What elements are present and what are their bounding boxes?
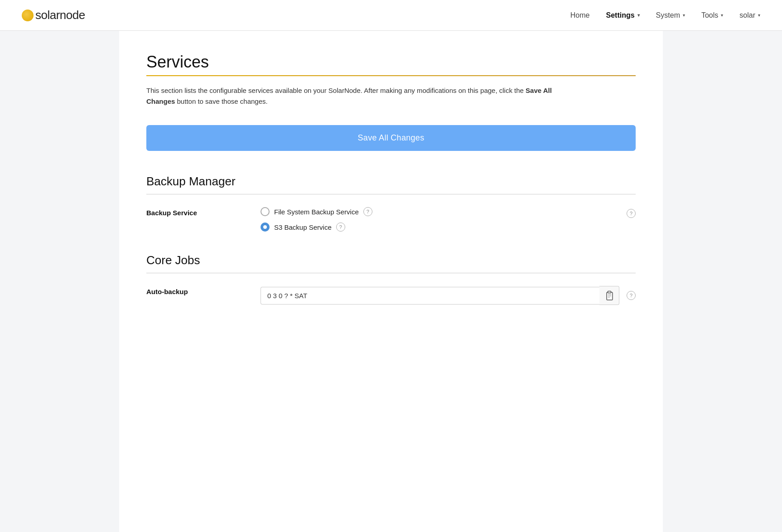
nav-item-settings[interactable]: Settings ▾ <box>606 11 639 19</box>
logo-text: solarnode <box>35 8 85 22</box>
backup-manager-section: Backup Manager Backup Service File Syste… <box>146 174 636 232</box>
radio-filesystem[interactable] <box>261 207 270 216</box>
radio-s3[interactable] <box>261 222 270 232</box>
backup-manager-divider <box>146 194 636 194</box>
navbar: solarnode Home Settings ▾ System ▾ Tools… <box>0 0 782 31</box>
core-jobs-title: Core Jobs <box>146 253 636 267</box>
nav-links: Home Settings ▾ System ▾ Tools ▾ solar ▾ <box>570 11 760 19</box>
backup-manager-title: Backup Manager <box>146 174 636 189</box>
title-underline <box>146 75 636 76</box>
tools-caret-icon: ▾ <box>721 13 723 18</box>
main-content: Services This section lists the configur… <box>119 31 663 532</box>
nav-link-solar[interactable]: solar ▾ <box>739 11 760 19</box>
nav-link-system[interactable]: System ▾ <box>656 11 685 19</box>
auto-backup-label: Auto-backup <box>146 286 246 295</box>
core-jobs-divider <box>146 273 636 273</box>
auto-backup-controls: ? <box>261 286 636 305</box>
page-description: This section lists the configurable serv… <box>146 85 554 107</box>
nav-item-tools[interactable]: Tools ▾ <box>701 11 723 19</box>
clipboard-button[interactable] <box>599 286 619 305</box>
auto-backup-input[interactable] <box>261 287 599 305</box>
backup-service-row: Backup Service File System Backup Servic… <box>146 207 636 232</box>
core-jobs-section: Core Jobs Auto-backup <box>146 253 636 305</box>
s3-backup-label: S3 Backup Service <box>274 223 332 231</box>
system-caret-icon: ▾ <box>683 13 685 18</box>
nav-link-settings[interactable]: Settings ▾ <box>606 11 639 19</box>
logo: solarnode <box>22 8 85 22</box>
backup-service-label: Backup Service <box>146 207 246 217</box>
filesystem-help-icon[interactable]: ? <box>363 207 372 216</box>
description-end: button to save those changes. <box>175 97 267 105</box>
settings-caret-icon: ▾ <box>637 13 640 18</box>
svg-rect-1 <box>608 291 611 293</box>
logo-sun-icon <box>22 10 34 21</box>
filesystem-backup-label: File System Backup Service <box>274 208 359 216</box>
auto-backup-row: Auto-backup ? <box>146 286 636 305</box>
clipboard-icon <box>605 290 613 300</box>
nav-link-home[interactable]: Home <box>570 11 590 19</box>
page-title: Services <box>146 53 636 72</box>
auto-backup-input-row <box>261 286 619 305</box>
nav-item-solar[interactable]: solar ▾ <box>739 11 760 19</box>
nav-link-tools[interactable]: Tools ▾ <box>701 11 723 19</box>
nav-item-home[interactable]: Home <box>570 11 590 19</box>
nav-item-system[interactable]: System ▾ <box>656 11 685 19</box>
backup-option-filesystem[interactable]: File System Backup Service ? <box>261 207 612 216</box>
backup-option-s3[interactable]: S3 Backup Service ? <box>261 222 612 232</box>
backup-service-controls: File System Backup Service ? S3 Backup S… <box>261 207 612 232</box>
description-plain: This section lists the configurable serv… <box>146 87 526 94</box>
s3-help-icon[interactable]: ? <box>336 222 345 232</box>
backup-options: File System Backup Service ? S3 Backup S… <box>261 207 612 232</box>
save-all-changes-button[interactable]: Save All Changes <box>146 125 636 151</box>
backup-service-row-help-icon[interactable]: ? <box>627 209 636 218</box>
solar-caret-icon: ▾ <box>758 13 760 18</box>
auto-backup-help-icon[interactable]: ? <box>627 291 636 300</box>
